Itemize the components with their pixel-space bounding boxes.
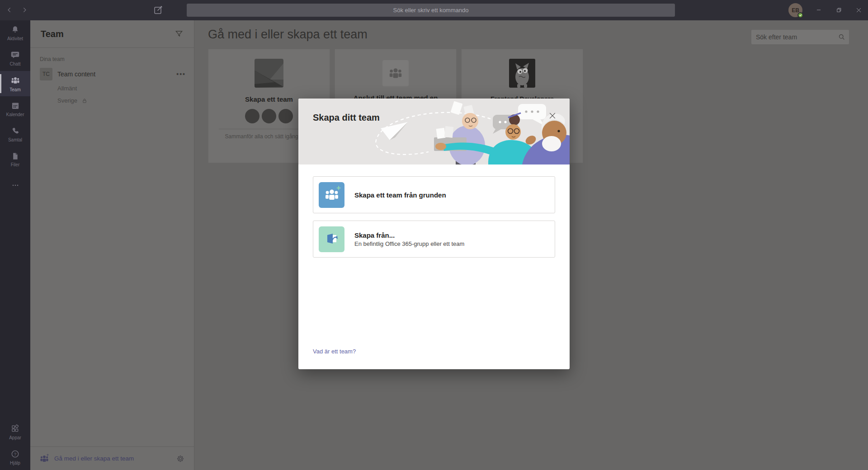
what-is-a-team-link[interactable]: Vad är ett team? bbox=[313, 348, 356, 355]
help-icon: ? bbox=[10, 449, 20, 459]
modal-illustration bbox=[357, 99, 570, 164]
rail-item-chatt[interactable]: Chatt bbox=[0, 46, 30, 71]
svg-text:?: ? bbox=[14, 451, 16, 456]
rail-label: Filer bbox=[11, 162, 19, 167]
rail-label: Kalender bbox=[6, 112, 24, 117]
command-search-box bbox=[187, 4, 675, 17]
dialog-header: Skapa ditt team bbox=[298, 99, 570, 164]
page-title: Gå med i eller skapa ett team bbox=[208, 28, 368, 42]
team-options-icon[interactable]: ••• bbox=[176, 70, 186, 78]
team-search-input[interactable] bbox=[756, 33, 838, 41]
rail-item-filer[interactable]: Filer bbox=[0, 147, 30, 172]
panel-header: Team bbox=[30, 20, 194, 48]
create-team-scratch-icon: + bbox=[319, 182, 344, 208]
teams-list-panel: Team Dina team TC Team content ••• Allmä… bbox=[30, 20, 194, 470]
back-icon[interactable] bbox=[5, 5, 14, 15]
channel-name: Sverige bbox=[57, 97, 77, 104]
teams-icon bbox=[10, 75, 20, 85]
team-avatar: TC bbox=[40, 68, 52, 80]
title-bar: EB bbox=[0, 0, 868, 20]
create-team-image bbox=[255, 59, 283, 88]
rail-item-hjalp[interactable]: ? Hjälp bbox=[0, 445, 30, 470]
plus-icon: + bbox=[336, 184, 341, 192]
create-team-dialog: Skapa ditt team + Skapa ett team från gr… bbox=[298, 99, 570, 369]
team-name: Team content bbox=[57, 70, 171, 78]
rail-label: Chatt bbox=[10, 61, 21, 66]
avatar bbox=[262, 109, 276, 123]
rail-label: Hjälp bbox=[10, 461, 20, 465]
teams-app-window: EB Aktivitet Chatt Team bbox=[0, 0, 868, 470]
search-icon bbox=[838, 33, 846, 41]
member-avatars bbox=[245, 109, 293, 123]
option-title: Skapa från... bbox=[354, 231, 464, 239]
app-rail: Aktivitet Chatt Team Kalender Samtal Fil… bbox=[0, 20, 30, 470]
rail-label: Team bbox=[9, 87, 20, 92]
option-create-from-scratch[interactable]: + Skapa ett team från grunden bbox=[313, 176, 555, 213]
phone-icon bbox=[11, 127, 20, 136]
join-or-create-label: Gå med i eller skapa ett team bbox=[54, 455, 171, 462]
teams-icon bbox=[388, 66, 403, 81]
avatar bbox=[278, 109, 293, 123]
section-label: Dina team bbox=[30, 48, 194, 66]
rail-label: Samtal bbox=[8, 137, 22, 142]
option-subtitle: En befintlig Office 365-grupp eller ett … bbox=[354, 240, 464, 247]
manage-teams-gear-icon[interactable] bbox=[176, 454, 185, 463]
join-or-create-team-action[interactable]: + Gå med i eller skapa ett team bbox=[30, 446, 194, 470]
svg-text:+: + bbox=[47, 454, 49, 457]
frontend-developers-image bbox=[509, 59, 535, 88]
close-window-button[interactable] bbox=[852, 4, 865, 16]
rail-item-samtal[interactable]: Samtal bbox=[0, 122, 30, 147]
rail-spacer bbox=[0, 195, 30, 419]
command-search-input[interactable] bbox=[187, 4, 675, 17]
presence-available-icon bbox=[797, 12, 803, 18]
panel-title: Team bbox=[41, 29, 175, 39]
card-title: Skapa ett team bbox=[245, 95, 293, 103]
avatar bbox=[245, 109, 259, 123]
file-icon bbox=[11, 152, 19, 160]
join-code-image bbox=[382, 60, 409, 86]
dialog-body: + Skapa ett team från grunden Skapa från… bbox=[298, 164, 570, 258]
dialog-title: Skapa ditt team bbox=[313, 113, 380, 123]
create-from-group-icon bbox=[319, 226, 344, 252]
apps-icon bbox=[10, 424, 20, 433]
forward-icon[interactable] bbox=[19, 5, 29, 15]
bell-icon bbox=[10, 25, 20, 34]
restore-button[interactable] bbox=[832, 4, 845, 16]
channel-name: Allmänt bbox=[57, 85, 77, 92]
rail-item-aktivitet[interactable]: Aktivitet bbox=[0, 20, 30, 46]
rail-item-kalender[interactable]: Kalender bbox=[0, 96, 30, 122]
chat-icon bbox=[10, 50, 20, 60]
channel-allmant[interactable]: Allmänt bbox=[30, 82, 194, 94]
avatar-initials: EB bbox=[792, 7, 799, 14]
filter-icon[interactable] bbox=[175, 29, 184, 38]
team-row-team-content[interactable]: TC Team content ••• bbox=[30, 66, 194, 82]
close-dialog-icon[interactable] bbox=[548, 111, 557, 120]
option-title: Skapa ett team från grunden bbox=[354, 191, 446, 199]
rail-item-team[interactable]: Team bbox=[0, 71, 30, 96]
minimize-button[interactable] bbox=[812, 4, 826, 16]
team-search-box bbox=[751, 30, 849, 44]
rail-item-appar[interactable]: Appar bbox=[0, 419, 30, 445]
rail-label: Aktivitet bbox=[7, 36, 23, 41]
more-apps-icon[interactable] bbox=[0, 176, 30, 195]
option-create-from-group[interactable]: Skapa från... En befintlig Office 365-gr… bbox=[313, 221, 555, 258]
rail-label: Appar bbox=[9, 435, 21, 440]
new-chat-icon[interactable] bbox=[153, 5, 164, 15]
avatar[interactable]: EB bbox=[788, 3, 802, 17]
channel-sverige[interactable]: Sverige bbox=[30, 94, 194, 107]
calendar-icon bbox=[11, 101, 20, 110]
lock-icon bbox=[81, 98, 88, 104]
add-team-icon: + bbox=[39, 454, 49, 464]
